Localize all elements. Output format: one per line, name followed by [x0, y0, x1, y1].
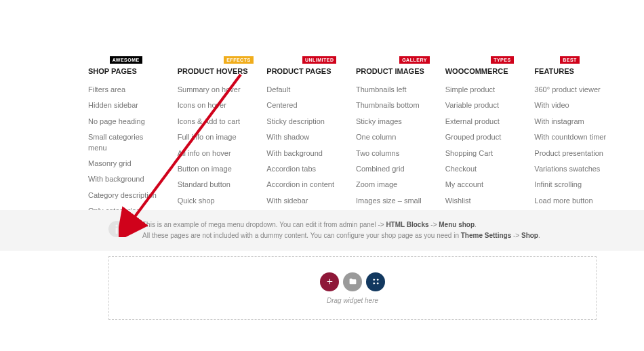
- column-badge: BEST: [560, 56, 580, 64]
- menu-link[interactable]: Sticky images: [356, 117, 432, 127]
- menu-link[interactable]: 360° product viewer: [534, 85, 610, 95]
- menu-link[interactable]: Centered: [266, 100, 342, 110]
- info-text: This is an example of mega menu dropdown…: [142, 220, 540, 241]
- menu-link[interactable]: Icons on hover: [178, 100, 254, 110]
- column-list: 360° product viewerWith videoWith instag…: [534, 85, 610, 206]
- menu-link[interactable]: Images size – small: [356, 196, 432, 206]
- menu-link[interactable]: Standard button: [178, 180, 254, 190]
- menu-link[interactable]: Shopping Cart: [445, 148, 521, 159]
- menu-link[interactable]: External product: [445, 117, 521, 127]
- menu-column: WOOCOMMERCETYPESSimple productVariable p…: [445, 64, 535, 222]
- column-list: DefaultCenteredSticky descriptionWith sh…: [266, 85, 342, 206]
- info-bar: This is an example of mega menu dropdown…: [0, 210, 644, 251]
- column-list: Filters areaHidden sidebarNo page headin…: [88, 85, 164, 217]
- folder-button[interactable]: [343, 272, 362, 291]
- mega-menu: SHOP PAGESAWESOMEFilters areaHidden side…: [88, 64, 624, 222]
- menu-link[interactable]: With background: [88, 174, 164, 184]
- menu-link[interactable]: All info on hover: [178, 148, 254, 159]
- column-badge: TYPES: [491, 56, 513, 64]
- menu-link[interactable]: Variations swatches: [534, 164, 610, 174]
- menu-column: PRODUCT IMAGESGALLERYThumbnails leftThum…: [356, 64, 445, 222]
- column-list: Summary on hoverIcons on hoverIcons & Ad…: [178, 85, 254, 206]
- widget-drop-zone[interactable]: Drag widget here: [108, 256, 597, 320]
- menu-link[interactable]: My account: [445, 180, 521, 190]
- svg-rect-1: [116, 228, 118, 234]
- column-heading: SHOP PAGESAWESOME: [88, 67, 137, 75]
- menu-link[interactable]: Load more button: [534, 196, 610, 206]
- menu-column: PRODUCT HOVERSEFFECTSSummary on hoverIco…: [178, 64, 267, 222]
- menu-link[interactable]: Summary on hover: [178, 85, 254, 95]
- menu-link[interactable]: Grouped product: [445, 132, 521, 142]
- menu-link[interactable]: With background: [266, 148, 342, 159]
- menu-link[interactable]: Button on image: [178, 164, 254, 174]
- column-heading: FEATURESBEST: [534, 67, 573, 75]
- menu-link[interactable]: Icons & Add to cart: [178, 117, 254, 127]
- menu-link[interactable]: Accordion in content: [266, 180, 342, 190]
- menu-link[interactable]: Thumbnails left: [356, 85, 432, 95]
- menu-link[interactable]: Default: [266, 85, 342, 95]
- menu-link[interactable]: Sticky description: [266, 117, 342, 127]
- menu-link[interactable]: Small categories menu: [88, 132, 164, 153]
- widget-buttons: [320, 272, 385, 291]
- column-list: Simple productVariable productExternal p…: [445, 85, 521, 206]
- menu-link[interactable]: Filters area: [88, 85, 164, 95]
- column-heading: PRODUCT IMAGESGALLERY: [356, 67, 424, 75]
- info-icon: [108, 221, 125, 237]
- menu-link[interactable]: Accordion tabs: [266, 164, 342, 174]
- column-badge: AWESOME: [110, 56, 142, 64]
- menu-link[interactable]: Variable product: [445, 100, 521, 110]
- menu-link[interactable]: Infinit scrolling: [534, 180, 610, 190]
- menu-link[interactable]: Wishlist: [445, 196, 521, 206]
- joomla-button[interactable]: [366, 272, 385, 291]
- menu-link[interactable]: Category description: [88, 190, 164, 201]
- menu-link[interactable]: With sidebar: [266, 196, 342, 206]
- column-badge: EFFECTS: [224, 56, 253, 64]
- add-widget-button[interactable]: [320, 272, 339, 291]
- menu-link[interactable]: Combined grid: [356, 164, 432, 174]
- column-badge: GALLERY: [399, 56, 430, 64]
- menu-link[interactable]: One column: [356, 132, 432, 142]
- column-badge: UNLIMITED: [302, 56, 337, 64]
- menu-column: FEATURESBEST360° product viewerWith vide…: [534, 64, 624, 222]
- menu-link[interactable]: Masonry grid: [88, 159, 164, 169]
- menu-column: SHOP PAGESAWESOMEFilters areaHidden side…: [88, 64, 178, 222]
- menu-link[interactable]: Thumbnails bottom: [356, 100, 432, 110]
- menu-link[interactable]: Two columns: [356, 148, 432, 159]
- svg-point-0: [115, 224, 117, 226]
- column-list: Thumbnails leftThumbnails bottomSticky i…: [356, 85, 432, 206]
- menu-link[interactable]: With shadow: [266, 132, 342, 142]
- menu-column: PRODUCT PAGESUNLIMITEDDefaultCenteredSti…: [266, 64, 356, 222]
- column-heading: WOOCOMMERCETYPES: [445, 67, 508, 75]
- menu-link[interactable]: Simple product: [445, 85, 521, 95]
- column-heading: PRODUCT HOVERSEFFECTS: [178, 67, 248, 75]
- menu-link[interactable]: With video: [534, 100, 610, 110]
- menu-link[interactable]: Hidden sidebar: [88, 100, 164, 110]
- widget-hint: Drag widget here: [327, 297, 378, 304]
- menu-link[interactable]: Quick shop: [178, 196, 254, 206]
- menu-link[interactable]: With instagram: [534, 117, 610, 127]
- menu-link[interactable]: Zoom image: [356, 180, 432, 190]
- menu-link[interactable]: Checkout: [445, 164, 521, 174]
- menu-link[interactable]: Full info on image: [178, 132, 254, 142]
- menu-link[interactable]: Product presentation: [534, 148, 610, 159]
- menu-link[interactable]: No page heading: [88, 117, 164, 127]
- column-heading: PRODUCT PAGESUNLIMITED: [266, 67, 331, 75]
- menu-link[interactable]: With countdown timer: [534, 132, 610, 142]
